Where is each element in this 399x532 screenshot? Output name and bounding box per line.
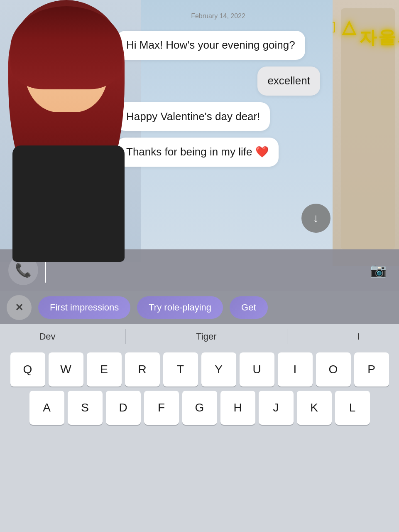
message-bubble-4: Thanks for being in my life ❤️ — [116, 138, 279, 167]
key-row-2: A S D F G H J K L — [2, 391, 397, 425]
key-k[interactable]: K — [297, 391, 332, 425]
close-suggestions-button[interactable]: ✕ — [7, 295, 32, 320]
scroll-down-arrow-icon: ↓ — [313, 212, 319, 225]
word-divider-2 — [287, 329, 287, 344]
key-d[interactable]: D — [106, 391, 141, 425]
avatar-hair-front — [10, 6, 122, 89]
message-bubble-2: excellent — [257, 66, 320, 96]
word-suggestion-1[interactable]: Tiger — [188, 328, 225, 345]
key-p[interactable]: P — [354, 352, 389, 387]
key-row-1: Q W E R T Y U I O P — [2, 352, 397, 387]
suggestion-chip-0[interactable]: First impressions — [38, 296, 130, 319]
word-divider-1 — [125, 329, 126, 344]
camera-icon: 📷 — [370, 262, 387, 278]
key-j[interactable]: J — [259, 391, 294, 425]
key-i[interactable]: I — [278, 352, 313, 387]
message-text-2: excellent — [267, 74, 310, 87]
key-o[interactable]: O — [316, 352, 351, 387]
key-y[interactable]: Y — [201, 352, 236, 387]
neon-sign: 서울자△□ — [341, 8, 395, 249]
key-e[interactable]: E — [87, 352, 122, 387]
word-suggestion-0[interactable]: Dev — [31, 328, 64, 345]
message-text-1: Hi Max! How's your evening going? — [126, 39, 295, 51]
messages-container: February 14, 2022 Hi Max! How's your eve… — [112, 8, 324, 171]
suggestion-chip-2[interactable]: Get — [230, 296, 267, 319]
key-q[interactable]: Q — [10, 352, 45, 387]
suggestion-chip-1[interactable]: Try role-playing — [137, 296, 223, 319]
word-suggestion-2[interactable]: I — [349, 328, 368, 345]
message-text-3: Happy Valentine's day dear! — [126, 110, 260, 123]
date-label: February 14, 2022 — [116, 12, 320, 20]
right-panel: 서울자△□ — [333, 0, 399, 266]
neon-text: 서울자△□ — [333, 17, 399, 38]
close-icon: ✕ — [15, 302, 23, 313]
keyboard-area: Dev Tiger I Q W E R T Y U I O P A S D F … — [0, 324, 399, 532]
message-bubble-1: Hi Max! How's your evening going? — [116, 31, 305, 60]
suggestion-chip-label-0: First impressions — [50, 302, 119, 313]
key-l[interactable]: L — [335, 391, 370, 425]
key-rows: Q W E R T Y U I O P A S D F G H J K L — [0, 349, 399, 428]
key-s[interactable]: S — [68, 391, 103, 425]
scroll-down-button[interactable]: ↓ — [301, 204, 330, 233]
key-u[interactable]: U — [240, 352, 274, 387]
avatar-container — [0, 0, 141, 262]
key-g[interactable]: G — [182, 391, 217, 425]
key-w[interactable]: W — [49, 352, 83, 387]
key-h[interactable]: H — [220, 391, 255, 425]
phone-icon: 📞 — [15, 262, 32, 278]
avatar-body — [12, 145, 125, 262]
word-suggestions-bar: Dev Tiger I — [0, 324, 399, 349]
message-text-4: Thanks for being in my life ❤️ — [126, 145, 269, 158]
key-a[interactable]: A — [29, 391, 64, 425]
chat-background: 서울자△□ ↓ February 14, 2022 Hi Max! How's … — [0, 0, 399, 266]
suggestions-row: ✕ First impressions Try role-playing Get — [0, 291, 399, 324]
key-r[interactable]: R — [125, 352, 160, 387]
key-f[interactable]: F — [144, 391, 179, 425]
suggestion-chip-label-2: Get — [241, 302, 256, 313]
key-t[interactable]: T — [163, 352, 198, 387]
camera-button[interactable]: 📷 — [366, 258, 391, 283]
avatar-figure — [0, 0, 141, 262]
message-bubble-3: Happy Valentine's day dear! — [116, 102, 270, 131]
suggestion-chip-label-1: Try role-playing — [149, 302, 211, 313]
